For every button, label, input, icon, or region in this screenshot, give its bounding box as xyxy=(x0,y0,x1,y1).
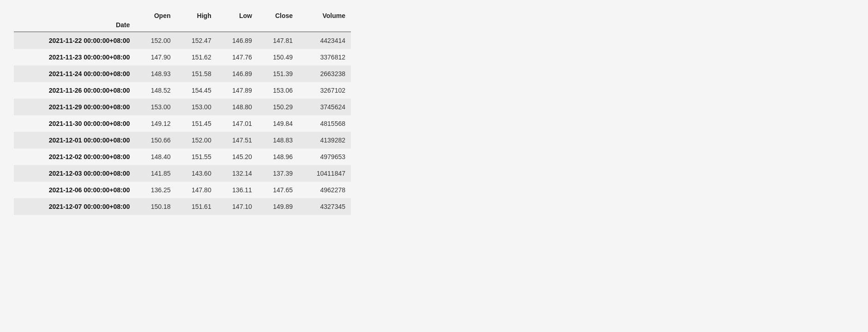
table-row: 2021-12-06 00:00:00+08:00136.25147.80136… xyxy=(14,182,351,198)
low-header-2 xyxy=(217,20,258,32)
cell-high: 151.55 xyxy=(176,148,217,165)
cell-open: 141.85 xyxy=(135,165,176,182)
cell-high: 153.00 xyxy=(176,99,217,115)
cell-volume: 4962278 xyxy=(298,182,351,198)
cell-high: 151.45 xyxy=(176,115,217,132)
close-header-2 xyxy=(258,20,298,32)
cell-low: 136.11 xyxy=(217,182,258,198)
cell-open: 153.00 xyxy=(135,99,176,115)
cell-high: 152.47 xyxy=(176,32,217,49)
cell-close: 150.49 xyxy=(258,49,298,65)
cell-high: 151.61 xyxy=(176,198,217,215)
cell-close: 148.96 xyxy=(258,148,298,165)
cell-low: 145.20 xyxy=(217,148,258,165)
cell-date: 2021-12-03 00:00:00+08:00 xyxy=(14,165,135,182)
table-row: 2021-11-29 00:00:00+08:00153.00153.00148… xyxy=(14,99,351,115)
table-row: 2021-12-07 00:00:00+08:00150.18151.61147… xyxy=(14,198,351,215)
empty-header xyxy=(14,9,135,20)
cell-volume: 4979653 xyxy=(298,148,351,165)
cell-close: 147.81 xyxy=(258,32,298,49)
cell-open: 149.12 xyxy=(135,115,176,132)
volume-header-2 xyxy=(298,20,351,32)
stock-table-body: 2021-11-22 00:00:00+08:00152.00152.47146… xyxy=(14,32,351,215)
cell-volume: 3267102 xyxy=(298,82,351,99)
cell-date: 2021-11-29 00:00:00+08:00 xyxy=(14,99,135,115)
cell-open: 150.18 xyxy=(135,198,176,215)
cell-volume: 4139282 xyxy=(298,132,351,148)
cell-high: 151.58 xyxy=(176,65,217,82)
cell-low: 132.14 xyxy=(217,165,258,182)
cell-high: 143.60 xyxy=(176,165,217,182)
column-headers-bottom: Date xyxy=(14,20,351,32)
cell-high: 152.00 xyxy=(176,132,217,148)
high-header: High xyxy=(176,9,217,20)
stock-data-table: Open High Low Close Volume Date 2021-11-… xyxy=(14,9,351,215)
table-row: 2021-11-26 00:00:00+08:00148.52154.45147… xyxy=(14,82,351,99)
table-row: 2021-12-03 00:00:00+08:00141.85143.60132… xyxy=(14,165,351,182)
cell-date: 2021-11-26 00:00:00+08:00 xyxy=(14,82,135,99)
table-row: 2021-11-30 00:00:00+08:00149.12151.45147… xyxy=(14,115,351,132)
column-headers-top: Open High Low Close Volume xyxy=(14,9,351,20)
cell-volume: 10411847 xyxy=(298,165,351,182)
cell-low: 147.01 xyxy=(217,115,258,132)
cell-date: 2021-11-24 00:00:00+08:00 xyxy=(14,65,135,82)
table-row: 2021-11-22 00:00:00+08:00152.00152.47146… xyxy=(14,32,351,49)
close-header: Close xyxy=(258,9,298,20)
cell-volume: 2663238 xyxy=(298,65,351,82)
cell-open: 148.52 xyxy=(135,82,176,99)
cell-date: 2021-12-06 00:00:00+08:00 xyxy=(14,182,135,198)
cell-low: 147.76 xyxy=(217,49,258,65)
low-header: Low xyxy=(217,9,258,20)
cell-high: 147.80 xyxy=(176,182,217,198)
table-row: 2021-12-02 00:00:00+08:00148.40151.55145… xyxy=(14,148,351,165)
cell-volume: 4815568 xyxy=(298,115,351,132)
cell-date: 2021-11-22 00:00:00+08:00 xyxy=(14,32,135,49)
cell-low: 146.89 xyxy=(217,65,258,82)
cell-close: 149.89 xyxy=(258,198,298,215)
cell-low: 147.51 xyxy=(217,132,258,148)
cell-open: 136.25 xyxy=(135,182,176,198)
cell-close: 148.83 xyxy=(258,132,298,148)
stock-table-container: Open High Low Close Volume Date 2021-11-… xyxy=(14,9,351,215)
cell-date: 2021-12-01 00:00:00+08:00 xyxy=(14,132,135,148)
volume-header: Volume xyxy=(298,9,351,20)
cell-open: 147.90 xyxy=(135,49,176,65)
high-header-2 xyxy=(176,20,217,32)
cell-close: 149.84 xyxy=(258,115,298,132)
cell-open: 150.66 xyxy=(135,132,176,148)
cell-open: 148.93 xyxy=(135,65,176,82)
cell-close: 151.39 xyxy=(258,65,298,82)
cell-date: 2021-12-02 00:00:00+08:00 xyxy=(14,148,135,165)
open-header-2 xyxy=(135,20,176,32)
cell-close: 153.06 xyxy=(258,82,298,99)
cell-low: 148.80 xyxy=(217,99,258,115)
cell-volume: 3376812 xyxy=(298,49,351,65)
date-header: Date xyxy=(14,20,135,32)
open-header: Open xyxy=(135,9,176,20)
table-row: 2021-11-24 00:00:00+08:00148.93151.58146… xyxy=(14,65,351,82)
cell-high: 151.62 xyxy=(176,49,217,65)
cell-volume: 4423414 xyxy=(298,32,351,49)
cell-open: 148.40 xyxy=(135,148,176,165)
cell-date: 2021-11-23 00:00:00+08:00 xyxy=(14,49,135,65)
cell-date: 2021-11-30 00:00:00+08:00 xyxy=(14,115,135,132)
cell-low: 146.89 xyxy=(217,32,258,49)
cell-high: 154.45 xyxy=(176,82,217,99)
table-row: 2021-11-23 00:00:00+08:00147.90151.62147… xyxy=(14,49,351,65)
cell-low: 147.89 xyxy=(217,82,258,99)
cell-close: 150.29 xyxy=(258,99,298,115)
cell-close: 147.65 xyxy=(258,182,298,198)
cell-date: 2021-12-07 00:00:00+08:00 xyxy=(14,198,135,215)
table-row: 2021-12-01 00:00:00+08:00150.66152.00147… xyxy=(14,132,351,148)
cell-volume: 4327345 xyxy=(298,198,351,215)
cell-volume: 3745624 xyxy=(298,99,351,115)
cell-open: 152.00 xyxy=(135,32,176,49)
cell-low: 147.10 xyxy=(217,198,258,215)
cell-close: 137.39 xyxy=(258,165,298,182)
